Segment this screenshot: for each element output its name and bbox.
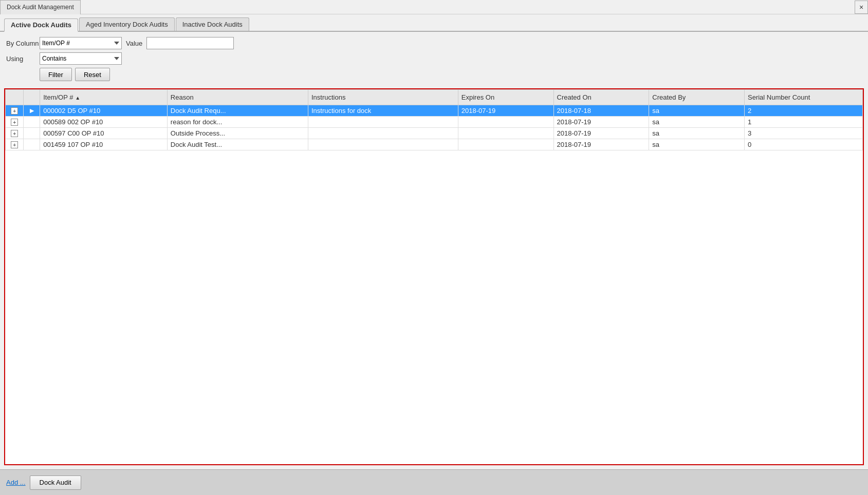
tab-inactive-dock-audits[interactable]: Inactive Dock Audits xyxy=(176,17,249,31)
col-header-serial[interactable]: Serial Number Count xyxy=(744,90,862,105)
cell-createdBy: sa xyxy=(649,139,745,150)
filter-button[interactable]: Filter xyxy=(40,68,72,81)
cell-createdOn: 2018-07-19 xyxy=(553,128,649,139)
cell-item: 001459 107 OP #10 xyxy=(40,139,168,150)
expand-button[interactable]: + xyxy=(11,130,18,137)
cell-instructions: Instructions for dock xyxy=(308,105,458,117)
cell-createdBy: sa xyxy=(649,117,745,128)
cell-createdOn: 2018-07-19 xyxy=(553,139,649,150)
expand-button[interactable]: + xyxy=(11,107,18,115)
cell-createdBy: sa xyxy=(649,128,745,139)
title-bar: Dock Audit Management × xyxy=(0,0,868,14)
cell-instructions xyxy=(308,117,458,128)
filter-using-row: Using Contains Equals Starts With Ends W… xyxy=(6,52,862,65)
cell-item: 000589 002 OP #10 xyxy=(40,117,168,128)
expand-cell[interactable]: + xyxy=(6,117,24,128)
table-header-row: Item/OP # Reason Instructions Expires On… xyxy=(6,90,863,105)
close-button[interactable]: × xyxy=(855,1,868,14)
by-column-select[interactable]: Item/OP # Reason Instructions Expires On… xyxy=(40,37,122,49)
cell-serialCount: 2 xyxy=(744,105,862,117)
dock-audit-button[interactable]: Dock Audit xyxy=(30,475,81,490)
cell-reason: Dock Audit Requ... xyxy=(167,105,308,117)
cell-serialCount: 3 xyxy=(744,128,862,139)
cell-expires xyxy=(458,139,553,150)
col-header-arrow xyxy=(24,90,40,105)
cell-expires xyxy=(458,117,553,128)
col-header-expires[interactable]: Expires On xyxy=(458,90,553,105)
cell-createdOn: 2018-07-19 xyxy=(553,117,649,128)
cell-serialCount: 1 xyxy=(744,117,862,128)
cell-serialCount: 0 xyxy=(744,139,862,150)
tabs-row: Active Dock Audits Aged Inventory Dock A… xyxy=(0,14,868,32)
value-label: Value xyxy=(126,40,142,47)
reset-button[interactable]: Reset xyxy=(75,68,110,81)
bottom-bar: Add ... Dock Audit xyxy=(0,469,868,495)
expand-cell[interactable]: + xyxy=(6,139,24,150)
cell-item: 000002 D5 OP #10 xyxy=(40,105,168,117)
arrow-cell xyxy=(24,117,40,128)
col-header-item[interactable]: Item/OP # xyxy=(40,90,168,105)
filter-by-column-row: By Column Item/OP # Reason Instructions … xyxy=(6,37,862,49)
cell-expires xyxy=(458,128,553,139)
table-row[interactable]: +▶000002 D5 OP #10Dock Audit Requ...Inst… xyxy=(6,105,863,117)
cell-expires: 2018-07-19 xyxy=(458,105,553,117)
cell-item: 000597 C00 OP #10 xyxy=(40,128,168,139)
cell-createdOn: 2018-07-18 xyxy=(553,105,649,117)
cell-reason: Outside Process... xyxy=(167,128,308,139)
tab-aged-inventory[interactable]: Aged Inventory Dock Audits xyxy=(79,17,175,31)
col-header-instructions[interactable]: Instructions xyxy=(308,90,458,105)
table-container: Item/OP # Reason Instructions Expires On… xyxy=(4,88,864,465)
close-icon: × xyxy=(859,3,863,11)
by-column-label: By Column xyxy=(6,40,40,47)
col-header-created-on[interactable]: Created On xyxy=(553,90,649,105)
tab-active-dock-audits[interactable]: Active Dock Audits xyxy=(4,18,78,32)
cell-instructions xyxy=(308,128,458,139)
cell-reason: reason for dock... xyxy=(167,117,308,128)
title-tab: Dock Audit Management xyxy=(0,0,81,14)
arrow-cell xyxy=(24,139,40,150)
expand-button[interactable]: + xyxy=(11,119,18,126)
filter-buttons: Filter Reset xyxy=(40,68,862,81)
cell-reason: Dock Audit Test... xyxy=(167,139,308,150)
col-header-reason[interactable]: Reason xyxy=(167,90,308,105)
cell-createdBy: sa xyxy=(649,105,745,117)
col-header-expand xyxy=(6,90,24,105)
using-label: Using xyxy=(6,55,40,63)
col-header-created-by[interactable]: Created By xyxy=(649,90,745,105)
arrow-cell xyxy=(24,128,40,139)
data-table: Item/OP # Reason Instructions Expires On… xyxy=(5,89,863,150)
filter-area: By Column Item/OP # Reason Instructions … xyxy=(0,32,868,86)
cell-instructions xyxy=(308,139,458,150)
expand-button[interactable]: + xyxy=(11,141,18,148)
table-row[interactable]: +000589 002 OP #10reason for dock...2018… xyxy=(6,117,863,128)
window-title: Dock Audit Management xyxy=(7,4,74,11)
main-container: Active Dock Audits Aged Inventory Dock A… xyxy=(0,14,868,469)
using-select[interactable]: Contains Equals Starts With Ends With xyxy=(40,52,122,65)
expand-cell[interactable]: + xyxy=(6,105,24,117)
value-input[interactable] xyxy=(146,37,234,49)
arrow-cell: ▶ xyxy=(24,105,40,117)
add-link[interactable]: Add ... xyxy=(6,479,26,486)
table-row[interactable]: +001459 107 OP #10Dock Audit Test...2018… xyxy=(6,139,863,150)
table-row[interactable]: +000597 C00 OP #10Outside Process...2018… xyxy=(6,128,863,139)
expand-cell[interactable]: + xyxy=(6,128,24,139)
